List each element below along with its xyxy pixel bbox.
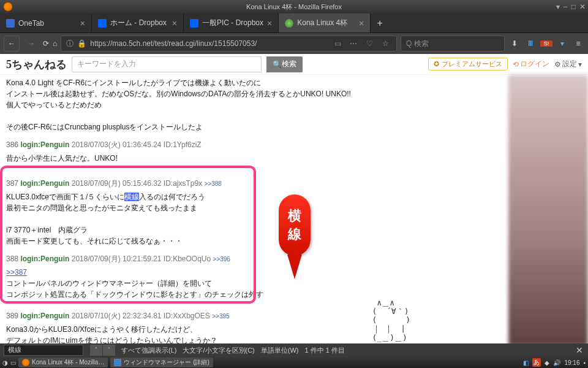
find-highlight-all[interactable]: すべて強調表示(L) bbox=[121, 346, 176, 355]
badge-icon: ✪ bbox=[434, 60, 439, 68]
keyword-search-button[interactable]: 🔍 検索 bbox=[266, 56, 303, 72]
tab-label: Kona Linux 4杯 bbox=[297, 18, 355, 28]
tray-toggle-icon[interactable]: ▪ bbox=[583, 359, 586, 366]
post-386: 386 login:Penguin 2018/07/03(火) 01:36:45… bbox=[6, 140, 502, 164]
tab-label: ホーム - Dropbox bbox=[110, 18, 168, 28]
firefox-icon bbox=[4, 2, 12, 11]
address-bar[interactable]: ⓘ 🔒 https://mao.5ch.net/test/read.cgi/li… bbox=[61, 36, 397, 52]
post-id: ID:KbeOOqUo bbox=[164, 255, 211, 263]
post-name[interactable]: login:Penguin bbox=[20, 312, 69, 320]
dropbox-icon bbox=[98, 19, 107, 28]
start-icon[interactable]: ◑ bbox=[2, 359, 8, 366]
post-backref[interactable]: >>396 bbox=[213, 256, 230, 263]
post-name[interactable]: login:Penguin bbox=[20, 179, 69, 188]
lock-icon: 🔒 bbox=[77, 39, 86, 48]
bookmark-icon[interactable]: ☆ bbox=[379, 39, 391, 48]
annotation-callout: 横 線 bbox=[279, 194, 311, 279]
5ch-icon bbox=[285, 19, 293, 28]
tab-dropbox-pic[interactable]: 一般PIC - Dropbox × bbox=[184, 13, 279, 33]
taskbar-task-windowmanager[interactable]: ウィンドウマネージャー (詳細) bbox=[110, 358, 213, 367]
network-icon[interactable]: ◧ bbox=[523, 359, 529, 366]
post-body: 昔から小学生に人気だな。UNKO! bbox=[6, 153, 502, 164]
new-tab-button[interactable]: + bbox=[371, 13, 389, 33]
post: Kona 4.0 Light をCF-R6にインストールしたがライブでは機嫌よく… bbox=[6, 77, 502, 132]
login-icon: ⟲ bbox=[513, 60, 519, 69]
info-icon[interactable]: ⓘ bbox=[66, 39, 74, 49]
post-date: 2018/07/10(火) 22:32:34.81 bbox=[72, 312, 162, 320]
system-tray: ◧ あ ◆ 🔊 19:16 ▪ bbox=[523, 358, 586, 367]
more-actions-icon[interactable]: ⋯ bbox=[347, 39, 360, 48]
post-name[interactable]: login:Penguin bbox=[20, 140, 69, 149]
tab-strip: OneTab × ホーム - Dropbox × 一般PIC - Dropbox… bbox=[0, 13, 588, 33]
find-bar: 横線 ˆ ˇ すべて強調表示(L) 大文字/小文字を区別(C) 単語単位(W) … bbox=[0, 343, 588, 357]
window-titlebar: Kona Linux 4杯 - Mozilla Firefox ▾ – □ ✕ bbox=[0, 0, 588, 13]
url-toolbar: ← → ⟳ ⌂ ⓘ 🔒 https://mao.5ch.net/test/rea… bbox=[0, 33, 588, 54]
find-next-button[interactable]: ˇ bbox=[103, 345, 115, 356]
back-button[interactable]: ← bbox=[4, 36, 20, 52]
anchor-link[interactable]: >>387 bbox=[6, 268, 27, 277]
find-whole-word[interactable]: 単語単位(W) bbox=[261, 346, 299, 355]
window-title: Kona Linux 4杯 - Mozilla Firefox bbox=[246, 2, 342, 12]
clock[interactable]: 19:16 bbox=[564, 359, 579, 366]
caret-down-icon[interactable]: ▾ bbox=[556, 2, 560, 11]
find-result-count: 1 件中 1 件目 bbox=[305, 346, 345, 355]
post-backref[interactable]: >>388 bbox=[205, 180, 222, 187]
close-tab-icon[interactable]: × bbox=[267, 18, 272, 28]
page-content: 5ちゃんねる キーワードを入力 🔍 検索 ✪プレミアムサービス ⟲ログイン ⚙設… bbox=[0, 54, 588, 346]
site-logo[interactable]: 5ちゃんねる bbox=[6, 57, 67, 72]
library-icon[interactable]: Ⅲ bbox=[524, 39, 537, 48]
close-tab-icon[interactable]: × bbox=[80, 18, 85, 28]
home-button[interactable]: ⌂ bbox=[53, 39, 57, 48]
tab-label: 一般PIC - Dropbox bbox=[202, 18, 263, 28]
premium-link[interactable]: ✪プレミアムサービス bbox=[428, 58, 508, 71]
post-body: >>387 コントールパネルのウィンドウマネージャー（詳細）を開いて コンポジッ… bbox=[6, 267, 502, 300]
post-date: 2018/07/03(火) 01:36:45.24 bbox=[72, 140, 162, 149]
tab-kona-linux[interactable]: Kona Linux 4杯 × bbox=[279, 13, 371, 33]
tab-onetab[interactable]: OneTab × bbox=[0, 13, 92, 33]
keyword-input[interactable]: キーワードを入力 bbox=[72, 56, 262, 72]
post-id: ID:ajxsTp9x bbox=[164, 179, 202, 188]
reload-button[interactable]: ⟳ bbox=[43, 39, 49, 48]
page-action-icon[interactable]: ▭ bbox=[331, 39, 344, 48]
post-num: 386 bbox=[6, 140, 18, 149]
post-name[interactable]: login:Penguin bbox=[20, 255, 69, 263]
noscript-icon[interactable]: S! bbox=[540, 40, 552, 47]
post-388: 388 login:Penguin 2018/07/09(月) 10:21:59… bbox=[6, 254, 502, 300]
find-highlight: 横線 bbox=[124, 193, 139, 201]
tray-icon[interactable]: ◆ bbox=[545, 359, 549, 366]
sync-icon[interactable]: ▾ bbox=[556, 39, 568, 48]
show-desktop-icon[interactable]: ▭ bbox=[10, 359, 16, 366]
menu-icon[interactable]: ≡ bbox=[572, 39, 584, 48]
find-input[interactable]: 横線 bbox=[4, 345, 83, 356]
post-num: 387 bbox=[6, 179, 18, 188]
find-match-case[interactable]: 大文字/小文字を区別(C) bbox=[183, 346, 254, 355]
post-body: Kona 4.0 Light をCF-R6にインストールしたがライブでは機嫌よく… bbox=[6, 77, 502, 132]
site-header: 5ちゃんねる キーワードを入力 🔍 検索 ✪プレミアムサービス ⟲ログイン ⚙設… bbox=[0, 54, 588, 75]
post-body: KLUE3.0xfceで画面下１/５くらいに横線入るのは何でだろう 最初モニタの… bbox=[6, 191, 502, 247]
volume-icon[interactable]: 🔊 bbox=[553, 359, 560, 366]
tab-dropbox-home[interactable]: ホーム - Dropbox × bbox=[92, 13, 184, 33]
find-prev-button[interactable]: ˆ bbox=[90, 345, 102, 356]
login-link[interactable]: ⟲ログイン bbox=[513, 59, 549, 69]
settings-link[interactable]: ⚙設定▾ bbox=[554, 59, 582, 69]
reader-icon[interactable]: ♡ bbox=[363, 39, 375, 48]
post-backref[interactable]: >>395 bbox=[212, 313, 229, 320]
search-box[interactable]: Q 検索 bbox=[401, 36, 505, 52]
close-window-icon[interactable]: ✕ bbox=[579, 2, 586, 11]
post-id: ID:XxXbgOES bbox=[164, 312, 210, 320]
minimize-icon[interactable]: – bbox=[564, 2, 568, 11]
find-close-button[interactable]: ✕ bbox=[576, 345, 583, 355]
search-icon: Q bbox=[406, 39, 412, 48]
maximize-icon[interactable]: □ bbox=[571, 2, 576, 11]
taskbar-task-firefox[interactable]: Kona Linux 4杯 - Mozilla… bbox=[18, 358, 108, 367]
close-tab-icon[interactable]: × bbox=[172, 18, 177, 28]
tab-label: OneTab bbox=[18, 19, 77, 28]
post-389: 389 login:Penguin 2018/07/10(火) 22:32:34… bbox=[6, 311, 502, 346]
ime-icon[interactable]: あ bbox=[532, 358, 541, 367]
close-tab-icon[interactable]: × bbox=[359, 18, 364, 28]
dropbox-icon bbox=[190, 19, 198, 28]
sidebar-ad bbox=[508, 75, 588, 346]
downloads-icon[interactable]: ⬇ bbox=[508, 39, 521, 48]
search-placeholder: 検索 bbox=[414, 39, 429, 49]
post-id: ID:1Ypf6ziZ bbox=[164, 140, 202, 149]
